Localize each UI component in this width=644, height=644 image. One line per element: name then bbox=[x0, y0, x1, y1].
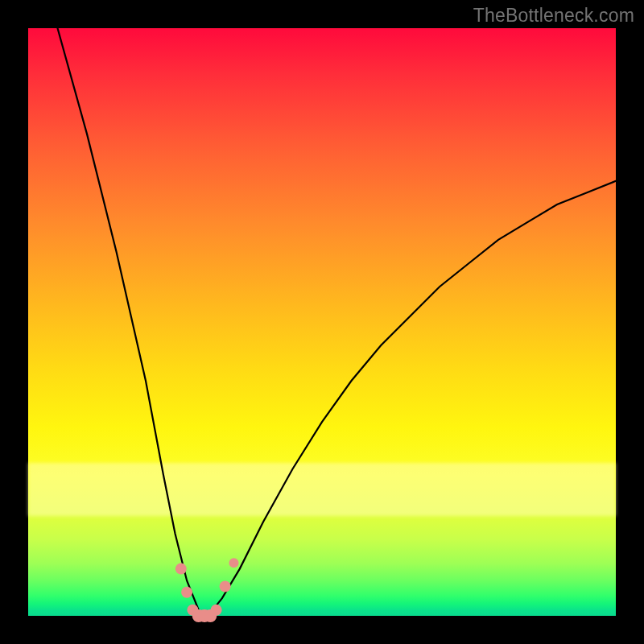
plot-area bbox=[28, 28, 616, 616]
curve-layer bbox=[28, 28, 616, 616]
watermark-text: TheBottleneck.com bbox=[473, 5, 634, 27]
marker-dot bbox=[175, 564, 187, 575]
bottleneck-curve bbox=[58, 28, 617, 616]
marker-dot bbox=[229, 558, 239, 568]
chart-frame: TheBottleneck.com bbox=[0, 0, 644, 644]
marker-dot bbox=[211, 605, 222, 616]
marker-dot bbox=[220, 581, 231, 592]
curve-markers bbox=[175, 558, 239, 622]
marker-dot bbox=[181, 587, 192, 598]
